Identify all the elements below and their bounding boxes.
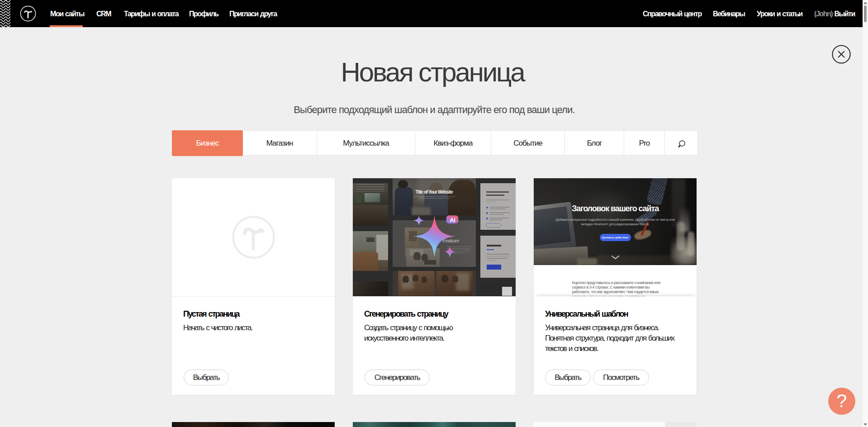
svg-text:AI: AI [450,217,455,223]
